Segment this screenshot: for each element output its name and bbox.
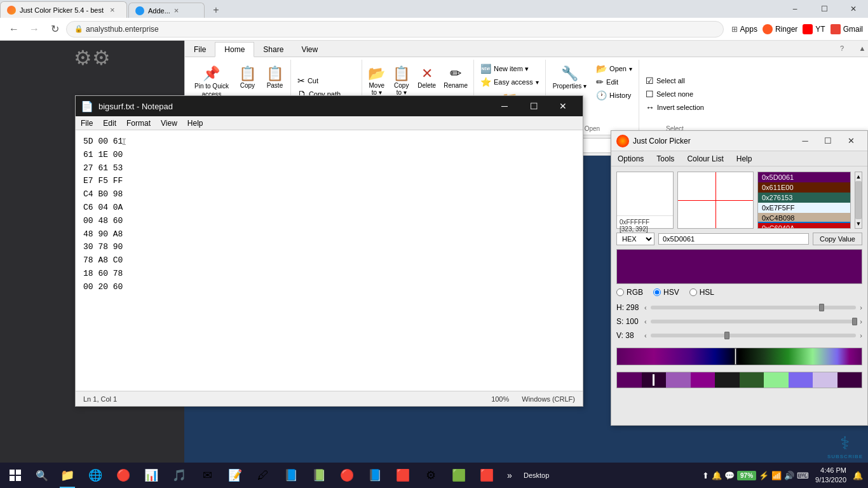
ribbon-tab-share[interactable]: Share bbox=[254, 43, 292, 57]
taskbar-word2[interactable]: 📘 bbox=[361, 463, 389, 488]
desktop-show-btn[interactable]: Desktop bbox=[519, 463, 554, 488]
taskbar-browser2[interactable]: ✉ bbox=[193, 463, 221, 488]
cp-swatch-6[interactable] bbox=[764, 372, 789, 388]
bookmark-yt[interactable]: YT bbox=[803, 24, 825, 34]
cp-color-item-2[interactable]: 0x276153 bbox=[758, 193, 850, 203]
cp-help-menu[interactable]: Help bbox=[730, 153, 759, 165]
taskbar-pen[interactable]: 🖊 bbox=[249, 463, 277, 488]
refresh-btn[interactable]: ↻ bbox=[46, 20, 64, 38]
forward-btn[interactable]: → bbox=[25, 20, 43, 38]
move-to-btn[interactable]: 📂 Moveto ▾ bbox=[365, 62, 388, 99]
properties-btn[interactable]: 🔧 Properties ▾ bbox=[548, 62, 591, 93]
new-tab-btn[interactable]: + bbox=[207, 3, 225, 18]
cp-swatch-7[interactable] bbox=[789, 372, 813, 388]
cp-color-item-4[interactable]: 0xC4B098 bbox=[758, 213, 850, 223]
cp-copy-value-btn[interactable]: Copy Value bbox=[813, 233, 862, 245]
cp-swatch-1[interactable] bbox=[642, 372, 667, 388]
taskbar-overflow-btn[interactable]: » bbox=[501, 463, 519, 488]
cp-color-input[interactable] bbox=[658, 233, 809, 245]
cp-options-menu[interactable]: Options bbox=[611, 153, 650, 165]
cp-s-track[interactable] bbox=[651, 320, 857, 323]
cp-swatch-5[interactable] bbox=[740, 372, 764, 388]
taskbar-excel[interactable]: 📊 bbox=[137, 463, 165, 488]
edit-btn[interactable]: ✏ Edit bbox=[592, 76, 636, 88]
np-minimize-btn[interactable]: ─ bbox=[490, 96, 519, 116]
notification-btn[interactable]: 🔔 bbox=[853, 471, 863, 480]
notepad-text-area[interactable]: I 5D 00 61 61 1E 00 27 61 53 E7 F5 FF C4… bbox=[83, 135, 575, 294]
notepad-file-menu[interactable]: File bbox=[76, 116, 98, 130]
maximize-btn[interactable]: ☐ bbox=[810, 0, 839, 18]
notepad-help-menu[interactable]: Help bbox=[182, 116, 208, 130]
cp-v-thumb[interactable] bbox=[724, 332, 729, 339]
taskbar-music[interactable]: 🎵 bbox=[165, 463, 193, 488]
start-btn[interactable] bbox=[0, 463, 31, 488]
taskbar-red-app[interactable]: 🔴 bbox=[333, 463, 361, 488]
np-maximize-btn[interactable]: ☐ bbox=[519, 96, 548, 116]
ribbon-tab-view[interactable]: View bbox=[292, 43, 327, 57]
taskbar-slides[interactable]: 🟥 bbox=[389, 463, 417, 488]
cp-swatch-4[interactable] bbox=[715, 372, 740, 388]
minimize-btn[interactable]: – bbox=[780, 0, 810, 18]
notepad-view-menu[interactable]: View bbox=[156, 116, 182, 130]
taskbar-settings[interactable]: ⚙ bbox=[417, 463, 445, 488]
copy-btn[interactable]: 📋 Copy bbox=[234, 62, 261, 92]
taskbar-search-btn[interactable]: 🔍 bbox=[31, 463, 53, 488]
rgb-radio-input[interactable] bbox=[616, 288, 624, 296]
bookmark-apps[interactable]: ⊞ Apps bbox=[731, 25, 757, 34]
taskbar-file-explorer[interactable]: 📁 bbox=[53, 463, 81, 488]
select-none-btn[interactable]: ☐ Select none bbox=[642, 88, 708, 100]
browser-tab-active[interactable]: Just Color Picker 5.4 - best × bbox=[0, 1, 127, 18]
fe-help-btn[interactable]: ? bbox=[827, 40, 857, 57]
taskbar-notes[interactable]: 📘 bbox=[277, 463, 305, 488]
open-btn[interactable]: 📂 Open ▾ bbox=[592, 62, 636, 75]
easy-access-btn[interactable]: ⭐ Easy access ▾ bbox=[477, 76, 543, 88]
cp-close-btn[interactable]: ✕ bbox=[839, 132, 862, 150]
cp-hsl-radio[interactable]: HSL bbox=[689, 288, 714, 297]
close-btn[interactable]: ✕ bbox=[839, 0, 868, 18]
fe-expand-btn[interactable]: ▲ bbox=[857, 40, 868, 57]
scrollbar-up-btn[interactable]: ▲ bbox=[856, 173, 862, 180]
tab-close-btn[interactable]: × bbox=[110, 5, 115, 15]
new-item-btn[interactable]: 🆕 New item ▾ bbox=[477, 62, 543, 75]
cp-format-select[interactable]: HEX bbox=[616, 233, 654, 245]
address-bar[interactable]: 🔒 analysthub.enterprise bbox=[66, 21, 724, 37]
cp-color-item-0[interactable]: 0x5D0061 bbox=[758, 172, 850, 182]
cp-color-item-1[interactable]: 0x611E00 bbox=[758, 182, 850, 193]
taskbar-chrome[interactable]: 🌐 bbox=[81, 463, 109, 488]
notepad-edit-menu[interactable]: Edit bbox=[98, 116, 121, 130]
hsl-radio-input[interactable] bbox=[689, 288, 697, 296]
notepad-format-menu[interactable]: Format bbox=[121, 116, 156, 130]
copy-to-btn[interactable]: 📋 Copyto ▾ bbox=[390, 62, 413, 99]
cp-swatch-8[interactable] bbox=[813, 372, 837, 388]
cut-btn[interactable]: ✂ Cut bbox=[294, 74, 359, 87]
cp-swatch-9[interactable] bbox=[837, 372, 862, 388]
cp-color-item-5[interactable]: 0xC6040A bbox=[758, 223, 850, 229]
cp-h-thumb[interactable] bbox=[819, 304, 824, 311]
cp-tools-menu[interactable]: Tools bbox=[650, 153, 681, 165]
bookmark-ringer[interactable]: Ringer bbox=[763, 24, 797, 34]
cp-gradient-palette[interactable] bbox=[616, 348, 862, 365]
cp-minimize-btn[interactable]: ─ bbox=[794, 132, 817, 150]
history-btn[interactable]: 🕐 History bbox=[592, 89, 636, 102]
cp-rgb-radio[interactable]: RGB bbox=[616, 288, 643, 297]
invert-selection-btn[interactable]: ↔ Invert selection bbox=[642, 101, 708, 114]
notepad-editor[interactable]: I 5D 00 61 61 1E 00 27 61 53 E7 F5 FF C4… bbox=[76, 130, 583, 391]
cp-maximize-btn[interactable]: ☐ bbox=[817, 132, 839, 150]
taskbar-app-green[interactable]: 📗 bbox=[305, 463, 333, 488]
cp-hsv-radio[interactable]: HSV bbox=[653, 288, 679, 297]
taskbar-green-box[interactable]: 🟩 bbox=[445, 463, 473, 488]
taskbar-mail[interactable]: 🔴 bbox=[109, 463, 137, 488]
ribbon-tab-file[interactable]: File bbox=[185, 43, 215, 57]
scrollbar-down-btn[interactable]: ▼ bbox=[856, 220, 862, 227]
cp-v-track[interactable] bbox=[651, 334, 857, 337]
cp-swatch-3[interactable] bbox=[691, 372, 715, 388]
cp-h-track[interactable] bbox=[651, 306, 857, 309]
cp-swatch-2[interactable] bbox=[666, 372, 691, 388]
back-btn[interactable]: ← bbox=[5, 20, 23, 38]
delete-btn[interactable]: ✕ Delete bbox=[414, 62, 439, 92]
ribbon-tab-home[interactable]: Home bbox=[215, 42, 254, 57]
cp-s-thumb[interactable] bbox=[852, 318, 857, 325]
cp-colour-list-menu[interactable]: Colour List bbox=[681, 153, 729, 165]
browser-tab-inactive[interactable]: Adde... × bbox=[128, 3, 205, 18]
cp-list-scrollbar[interactable]: ▲ ▼ bbox=[855, 172, 862, 229]
